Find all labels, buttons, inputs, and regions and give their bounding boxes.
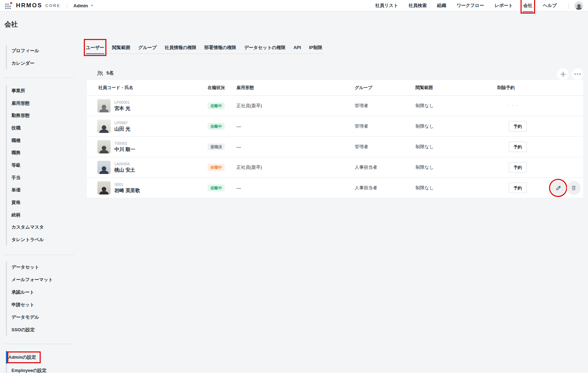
nav-item-company[interactable]: 会社 — [523, 0, 533, 11]
top-nav: 社員リスト 社員検索 組織 ワークフロー レポート 会社 ヘルプ — [374, 0, 583, 11]
trash-icon — [571, 185, 577, 191]
sidebar-item-position[interactable]: 役職 — [0, 122, 80, 134]
sidebar-item-job-category[interactable]: 職種 — [0, 134, 80, 147]
reserve-button[interactable]: 予約 — [509, 121, 527, 132]
reserve-button[interactable]: 予約 — [509, 162, 527, 173]
col-header-scope: 閲覧範囲 — [416, 85, 433, 91]
employee-code: LP00001 — [114, 100, 130, 104]
table-row[interactable]: LP0987 山田 光 在籍中 — 管理者 制限なし 予約 — [87, 116, 583, 137]
user-avatar[interactable] — [574, 1, 583, 10]
sidebar-item-grade[interactable]: 等級 — [0, 159, 80, 172]
sidebar-item-employment-type[interactable]: 雇用形態 — [0, 97, 80, 110]
sidebar-item-approval-route[interactable]: 承認ルート — [0, 286, 80, 299]
employee-cell: T00001 中川 順一 — [97, 140, 135, 153]
employee-name: 岩崎 英里歌 — [114, 188, 140, 193]
scope-value: 制限なし — [416, 164, 434, 170]
tab-api[interactable]: API — [293, 41, 301, 54]
status-badge: 在籍中 — [208, 102, 225, 109]
nav-item-employee-search[interactable]: 社員検索 — [408, 0, 427, 11]
plus-icon — [560, 71, 566, 77]
tab-dataset-permission[interactable]: データセットの権限 — [244, 41, 285, 54]
sidebar-item-qualification[interactable]: 資格 — [0, 196, 80, 209]
sidebar-item-talent-label[interactable]: タレントラベル — [0, 233, 80, 246]
employment-value: — — [236, 124, 241, 129]
sidebar-item-allowance[interactable]: 手当 — [0, 172, 80, 184]
employee-cell: LP0987 山田 光 — [97, 120, 130, 133]
edit-button[interactable] — [551, 181, 565, 195]
employee-avatar — [97, 161, 111, 174]
sidebar-group-personal: プロフィール カレンダー — [0, 45, 80, 70]
more-options-button[interactable] — [572, 68, 583, 80]
sidebar-item-mail-format[interactable]: メールフォーマット — [0, 273, 80, 286]
table-header: 社員コード・氏名 在籍状況 雇用形態 グループ 閲覧範囲 削除予約 — [87, 80, 583, 96]
employee-code: S001 — [114, 182, 140, 186]
sidebar-group-data: データセット メールフォーマット 承認ルート 申請セット データモデル SSOの… — [0, 261, 80, 336]
tab-bar: ユーザー 閲覧範囲 グループ 社員情報の権限 部署情報の権限 データセットの権限… — [86, 41, 324, 54]
employment-value: 正社員(新卒) — [236, 103, 262, 109]
nav-item-organization[interactable]: 組織 — [436, 0, 447, 11]
nav-item-help[interactable]: ヘルプ — [542, 0, 557, 11]
tab-employee-info-permission[interactable]: 社員情報の権限 — [165, 41, 196, 54]
member-count-label: 5名 — [106, 70, 114, 76]
sidebar-divider — [5, 344, 74, 344]
sidebar-item-data-model[interactable]: データモデル — [0, 311, 80, 324]
employment-value: 正社員(新卒) — [236, 164, 262, 170]
sidebar-item-sso-settings[interactable]: SSOの設定 — [0, 324, 80, 336]
divider — [569, 3, 569, 9]
users-icon — [96, 70, 104, 77]
sidebar-item-job-duty[interactable]: 職務 — [0, 146, 80, 159]
workspace-switcher[interactable]: Admin ▼ — [73, 3, 94, 8]
employee-cell: S001 岩崎 英里歌 — [97, 181, 140, 195]
member-count: 5名 — [96, 69, 114, 78]
tab-department-info-permission[interactable]: 部署情報の権限 — [204, 41, 236, 54]
group-value: 管理者 — [355, 123, 368, 129]
sidebar-item-custom-master[interactable]: カスタムマスタ — [0, 221, 80, 234]
table-row[interactable]: T00001 中川 順一 退職済 — 管理者 制限なし 予約 — [87, 137, 583, 157]
logo-product: CORE — [46, 3, 61, 8]
tab-view-scope[interactable]: 閲覧範囲 — [112, 41, 130, 54]
table-row[interactable]: LP00001 宮本 光 在籍中 正社員(新卒) 管理者 制限なし ・・・ — [87, 96, 583, 116]
reserve-placeholder: ・・・ — [507, 103, 519, 108]
table-row[interactable]: S001 岩崎 英里歌 在籍中 — 人事担当者 制限なし 予約 — [87, 178, 583, 198]
status-badge: 休職中 — [208, 164, 225, 171]
tab-ip-restriction[interactable]: IP制限 — [309, 41, 322, 54]
brand: HRMOS CORE Admin ▼ — [5, 0, 94, 11]
employee-cell: LA00456 桃山 安土 — [97, 161, 135, 174]
top-bar: HRMOS CORE Admin ▼ 社員リスト 社員検索 組織 ワークフロー … — [0, 0, 588, 11]
sidebar: プロフィール カレンダー 事業所 雇用形態 勤務形態 役職 職種 職務 等級 手… — [0, 0, 80, 373]
sidebar-item-calendar[interactable]: カレンダー — [0, 57, 80, 70]
sidebar-item-employee-settings[interactable]: Employeeの設定 — [0, 364, 80, 373]
add-user-button[interactable] — [557, 68, 569, 80]
sidebar-item-unit-price[interactable]: 単価 — [0, 184, 80, 197]
pencil-icon — [555, 185, 562, 191]
reserve-button[interactable]: 予約 — [509, 142, 527, 152]
sidebar-item-work-style[interactable]: 勤務形態 — [0, 109, 80, 122]
col-header-employment: 雇用形態 — [236, 85, 254, 91]
sidebar-item-relationship[interactable]: 続柄 — [0, 209, 80, 221]
reserve-button[interactable]: 予約 — [509, 183, 527, 193]
group-value: 人事担当者 — [355, 164, 377, 170]
employee-name: 桃山 安土 — [114, 167, 135, 173]
nav-item-workflow[interactable]: ワークフロー — [456, 0, 485, 11]
group-value: 管理者 — [355, 144, 368, 150]
sidebar-item-admin-settings[interactable]: Adminの設定 — [0, 351, 80, 364]
sidebar-group-master: 事業所 雇用形態 勤務形態 役職 職種 職務 等級 手当 単価 資格 続柄 カス… — [0, 85, 80, 246]
sidebar-item-dataset[interactable]: データセット — [0, 261, 80, 273]
tab-users[interactable]: ユーザー — [86, 41, 104, 54]
nav-item-employee-list[interactable]: 社員リスト — [374, 0, 399, 11]
employee-avatar — [97, 120, 111, 133]
employee-cell: LP00001 宮本 光 — [97, 99, 130, 112]
table-row[interactable]: LA00456 桃山 安土 休職中 正社員(新卒) 人事担当者 制限なし 予約 — [87, 157, 583, 178]
employee-name: 中川 順一 — [114, 146, 135, 152]
status-badge: 在籍中 — [208, 184, 225, 191]
ellipsis-icon — [574, 73, 576, 75]
nav-item-report[interactable]: レポート — [494, 0, 514, 11]
sidebar-item-profile[interactable]: プロフィール — [0, 45, 80, 57]
status-badge: 退職済 — [208, 143, 225, 150]
sidebar-item-request-set[interactable]: 申請セット — [0, 299, 80, 311]
tab-groups[interactable]: グループ — [138, 41, 157, 54]
sidebar-item-office[interactable]: 事業所 — [0, 85, 80, 97]
workspace-label: Admin — [73, 3, 88, 8]
delete-button[interactable] — [567, 181, 581, 195]
employment-value: — — [236, 185, 241, 191]
